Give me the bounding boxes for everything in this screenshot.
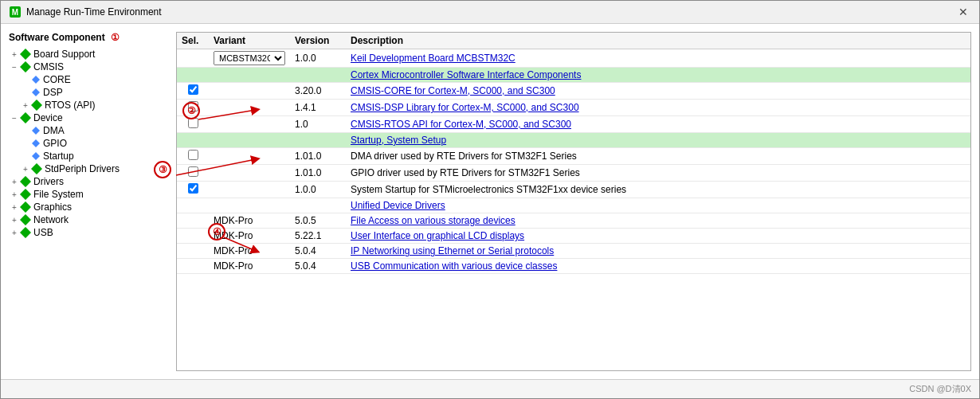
svg-marker-5 xyxy=(32,88,40,96)
tree-item-startup[interactable]: Startup xyxy=(9,150,170,162)
expand-icon-device[interactable]: − xyxy=(9,114,20,123)
tree-label-dsp: DSP xyxy=(43,87,63,98)
version-cell-device-row xyxy=(290,133,346,148)
annotation-1-inline: ① xyxy=(111,32,120,43)
checkbox-dma-row[interactable] xyxy=(188,150,198,160)
tree-item-board-support[interactable]: +Board Support xyxy=(9,48,170,61)
tree-item-dma[interactable]: DMA xyxy=(9,124,170,137)
desc-link-graphics-row[interactable]: User Interface on graphical LCD displays xyxy=(351,230,524,241)
sel-cell-startup-row[interactable] xyxy=(177,182,209,198)
tree-item-file-system[interactable]: +File System xyxy=(9,188,170,201)
checkbox-rtos-row[interactable] xyxy=(188,118,198,128)
gem-icon-graphics xyxy=(20,201,31,213)
svg-rect-6 xyxy=(31,100,42,111)
main-window: M Manage Run-Time Environment ✕ Software… xyxy=(0,0,980,399)
title-bar: M Manage Run-Time Environment ✕ xyxy=(1,1,979,24)
variant-cell-board-support-row[interactable]: MCBSTM32C xyxy=(209,49,290,68)
tree-label-core: CORE xyxy=(43,74,71,85)
table-row: MDK-Pro5.22.1User Interface on graphical… xyxy=(177,229,970,244)
table-row: 1.01.0DMA driver used by RTE Drivers for… xyxy=(177,148,970,165)
desc-link-core-row[interactable]: CMSIS-CORE for Cortex-M, SC000, and SC30… xyxy=(351,85,555,96)
tree-item-drivers[interactable]: +Drivers xyxy=(9,175,170,188)
sel-cell-board-support-row[interactable] xyxy=(177,49,209,68)
tree-item-network[interactable]: +Network xyxy=(9,213,170,226)
checkbox-core-row[interactable] xyxy=(188,84,198,95)
expand-icon-rtos-api[interactable]: + xyxy=(20,101,31,110)
sel-cell-network-row xyxy=(177,244,209,259)
col-header-version: Version xyxy=(290,33,346,49)
expand-icon-network[interactable]: + xyxy=(9,216,20,225)
desc-cell-graphics-row[interactable]: User Interface on graphical LCD displays xyxy=(346,229,970,244)
expand-icon-cmsis[interactable]: − xyxy=(9,63,20,72)
svg-rect-15 xyxy=(20,214,31,225)
expand-icon-board-support[interactable]: + xyxy=(9,50,20,59)
table-body: MCBSTM32C1.0.0Keil Development Board MCB… xyxy=(177,49,970,274)
svg-rect-16 xyxy=(20,227,31,238)
desc-link-filesystem-row[interactable]: File Access on various storage devices xyxy=(351,215,515,226)
expand-icon-stdperiph[interactable]: + xyxy=(20,165,31,174)
desc-cell-usb-row[interactable]: USB Communication with various device cl… xyxy=(346,259,970,274)
close-button[interactable]: ✕ xyxy=(955,6,971,18)
desc-cell-network-row[interactable]: IP Networking using Ethernet or Serial p… xyxy=(346,244,970,259)
sel-cell-core-row[interactable] xyxy=(177,83,209,100)
variant-cell-network-row: MDK-Pro xyxy=(209,244,290,259)
desc-cell-filesystem-row[interactable]: File Access on various storage devices xyxy=(346,213,970,229)
tree-item-usb[interactable]: +USB xyxy=(9,226,170,239)
desc-link-cmsis-row[interactable]: Cortex Microcontroller Software Interfac… xyxy=(351,69,581,80)
variant-cell-dma-row xyxy=(209,148,290,165)
expand-icon-file-system[interactable]: + xyxy=(9,190,20,199)
panel-header: Software Component ① xyxy=(9,32,170,43)
tree-item-graphics[interactable]: +Graphics xyxy=(9,201,170,213)
desc-link-network-row[interactable]: IP Networking using Ethernet or Serial p… xyxy=(351,245,554,256)
tree-item-cmsis[interactable]: −CMSIS xyxy=(9,61,170,73)
right-panel: Sel. Variant Version Description MCBSTM3… xyxy=(176,32,971,371)
tree-label-drivers: Drivers xyxy=(33,176,64,187)
desc-cell-board-support-row[interactable]: Keil Development Board MCBSTM32C xyxy=(346,49,970,68)
tree-item-stdperiph[interactable]: +StdPeriph Drivers xyxy=(9,162,170,175)
desc-link-device-row[interactable]: Startup, System Setup xyxy=(351,135,446,146)
version-cell-dma-row: 1.01.0 xyxy=(290,148,346,165)
expand-icon-graphics[interactable]: + xyxy=(9,203,20,212)
tree-item-core[interactable]: CORE xyxy=(9,73,170,86)
desc-link-board-support-row[interactable]: Keil Development Board MCBSTM32C xyxy=(351,53,515,64)
sel-cell-graphics-row xyxy=(177,229,209,244)
desc-link-usb-row[interactable]: USB Communication with various device cl… xyxy=(351,260,557,272)
tree-container: +Board Support−CMSISCOREDSP+RTOS (API)−D… xyxy=(9,48,170,239)
sel-cell-dma-row[interactable] xyxy=(177,148,209,165)
tree-item-dsp[interactable]: DSP xyxy=(9,86,170,99)
gem-icon-usb xyxy=(20,227,31,238)
svg-marker-8 xyxy=(32,127,40,135)
left-panel: Software Component ① +Board Support−CMSI… xyxy=(9,32,176,371)
main-table: Sel. Variant Version Description MCBSTM3… xyxy=(177,33,970,274)
col-header-variant: Variant xyxy=(209,33,290,49)
tree-item-device[interactable]: −Device xyxy=(9,111,170,124)
variant-select-board-support-row[interactable]: MCBSTM32C xyxy=(214,51,285,65)
desc-cell-core-row[interactable]: CMSIS-CORE for Cortex-M, SC000, and SC30… xyxy=(346,83,970,100)
desc-cell-rtos-row[interactable]: CMSIS-RTOS API for Cortex-M, SC000, and … xyxy=(346,116,970,133)
table-row: MDK-Pro5.0.5File Access on various stora… xyxy=(177,213,970,229)
expand-icon-drivers[interactable]: + xyxy=(9,178,20,186)
expand-icon-usb[interactable]: + xyxy=(9,229,20,237)
checkbox-startup-row[interactable] xyxy=(188,183,198,194)
desc-cell-startup-row: System Startup for STMicroelectronics ST… xyxy=(346,182,970,198)
tree-item-rtos-api[interactable]: +RTOS (API) xyxy=(9,99,170,111)
footer-text: CSDN @D清0X xyxy=(909,384,971,393)
desc-cell-dsp-row[interactable]: CMSIS-DSP Library for Cortex-M, SC000, a… xyxy=(346,100,970,116)
version-cell-usb-row: 5.0.4 xyxy=(290,259,346,274)
svg-marker-9 xyxy=(32,139,40,147)
tree-label-network: Network xyxy=(33,214,69,225)
desc-cell-drivers-row[interactable]: Unified Device Drivers xyxy=(346,198,970,213)
diamond-icon-dma xyxy=(31,126,41,135)
desc-cell-device-row[interactable]: Startup, System Setup xyxy=(346,133,970,148)
version-cell-rtos-row: 1.0 xyxy=(290,116,346,133)
desc-cell-cmsis-row[interactable]: Cortex Microcontroller Software Interfac… xyxy=(346,68,970,83)
gem-icon-drivers xyxy=(20,176,31,187)
tree-item-gpio[interactable]: GPIO xyxy=(9,137,170,150)
desc-link-rtos-row[interactable]: CMSIS-RTOS API for Cortex-M, SC000, and … xyxy=(351,119,571,130)
desc-link-drivers-row[interactable]: Unified Device Drivers xyxy=(351,200,445,211)
tree-label-device: Device xyxy=(33,112,63,123)
checkbox-gpio-row[interactable] xyxy=(188,166,198,177)
sel-cell-gpio-row[interactable] xyxy=(177,165,209,182)
desc-link-dsp-row[interactable]: CMSIS-DSP Library for Cortex-M, SC000, a… xyxy=(351,102,579,113)
table-row: Startup, System Setup xyxy=(177,133,970,148)
